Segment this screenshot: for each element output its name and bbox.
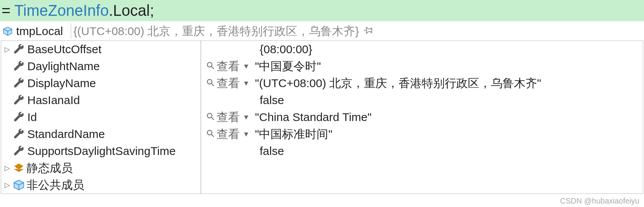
property-value: "(UTC+08:00) 北京，重庆，香港特别行政区，乌鲁木齐" — [255, 76, 541, 91]
divider — [71, 24, 71, 39]
visualizer-picker[interactable]: 查看▼ — [206, 76, 253, 91]
group-name: 非公共成员 — [27, 177, 84, 193]
property-name-cell[interactable]: DisplayName — [1, 75, 201, 92]
property-value: false — [260, 94, 284, 107]
expander-icon[interactable]: ▷ — [3, 45, 12, 54]
visualizer-label: 查看 — [217, 126, 240, 142]
property-name-cell[interactable]: DaylightName — [1, 58, 201, 75]
property-name-cell[interactable]: HasIanaId — [1, 92, 201, 109]
property-row[interactable]: Id查看▼"China Standard Time" — [1, 109, 643, 126]
pin-icon[interactable] — [360, 24, 375, 39]
wrench-icon — [12, 77, 26, 89]
datatip-header[interactable]: tmpLocal {(UTC+08:00) 北京，重庆，香港特别行政区，乌鲁木齐… — [0, 22, 644, 40]
property-value-cell[interactable]: 查看▼"中国夏令时" — [201, 58, 643, 75]
property-value: false — [260, 145, 284, 158]
svg-point-4 — [207, 113, 212, 118]
property-row[interactable]: SupportsDaylightSavingTimefalse — [1, 143, 643, 160]
group-name-cell[interactable]: ▷静态成员 — [1, 160, 201, 177]
property-row[interactable]: HasIanaIdfalse — [1, 92, 643, 109]
group-name: 静态成员 — [27, 160, 73, 176]
property-name: BaseUtcOffset — [27, 43, 102, 56]
magnifier-icon[interactable] — [206, 128, 215, 141]
property-name: HasIanaId — [27, 94, 80, 107]
object-icon — [12, 179, 26, 191]
property-name-cell[interactable]: ▷BaseUtcOffset — [1, 41, 201, 58]
variable-name: tmpLocal — [16, 25, 63, 38]
property-name-cell[interactable]: Id — [1, 109, 201, 126]
visualizer-picker[interactable]: 查看▼ — [206, 109, 253, 125]
expander-icon[interactable]: ▷ — [3, 181, 12, 189]
object-summary: {(UTC+08:00) 北京，重庆，香港特别行政区，乌鲁木齐} — [73, 24, 359, 39]
code-line: = TimeZoneInfo . Local ; — [0, 0, 644, 21]
property-value-cell[interactable]: false — [201, 143, 643, 160]
visualizer-label: 查看 — [217, 76, 240, 91]
svg-line-7 — [212, 135, 214, 137]
expander-icon[interactable]: ▷ — [3, 164, 12, 172]
svg-line-1 — [212, 67, 214, 69]
wrench-icon — [12, 145, 26, 157]
property-name: DisplayName — [27, 77, 96, 90]
wrench-icon — [12, 94, 26, 106]
properties-panel: ▷BaseUtcOffset{08:00:00}DaylightName查看▼"… — [1, 40, 643, 194]
dropdown-icon[interactable]: ▼ — [243, 130, 250, 138]
semicolon-token: ; — [150, 2, 154, 19]
property-value: "China Standard Time" — [255, 111, 372, 124]
wrench-icon — [12, 61, 26, 72]
svg-line-5 — [212, 118, 214, 120]
dropdown-icon[interactable]: ▼ — [243, 79, 250, 88]
svg-point-2 — [207, 79, 212, 84]
visualizer-picker[interactable]: 查看▼ — [206, 126, 253, 142]
property-value-cell[interactable]: 查看▼"中国标准时间" — [201, 126, 643, 143]
property-value-cell[interactable]: 查看▼"(UTC+08:00) 北京，重庆，香港特别行政区，乌鲁木齐" — [201, 75, 643, 92]
property-value: "中国标准时间" — [255, 126, 332, 142]
property-name: StandardName — [27, 128, 105, 141]
magnifier-icon[interactable] — [206, 77, 215, 90]
visualizer-label: 查看 — [217, 109, 240, 125]
svg-point-0 — [207, 62, 212, 67]
group-row[interactable]: ▷非公共成员 — [1, 177, 643, 194]
object-icon — [2, 25, 14, 37]
type-name: TimeZoneInfo — [14, 2, 108, 19]
property-value: "中国夏令时" — [255, 59, 321, 74]
wrench-icon — [12, 111, 26, 123]
property-row[interactable]: ▷BaseUtcOffset{08:00:00} — [1, 41, 643, 58]
property-value-cell[interactable]: {08:00:00} — [201, 41, 643, 58]
property-value-cell[interactable]: false — [201, 92, 643, 109]
property-value: {08:00:00} — [260, 43, 312, 56]
property-row[interactable]: DaylightName查看▼"中国夏令时" — [1, 58, 643, 75]
group-name-cell[interactable]: ▷非公共成员 — [1, 177, 201, 194]
elapsed-hint: 时间 <= 1ms — [432, 24, 513, 41]
group-value-cell — [201, 177, 643, 194]
dropdown-icon[interactable]: ▼ — [243, 113, 250, 121]
property-name: SupportsDaylightSavingTime — [27, 145, 176, 158]
property-name: DaylightName — [27, 60, 100, 73]
group-row[interactable]: ▷静态成员 — [1, 160, 643, 177]
static-members-icon — [12, 162, 26, 174]
member-name: Local — [113, 2, 150, 19]
property-value-cell[interactable]: 查看▼"China Standard Time" — [201, 109, 643, 126]
property-name: Id — [27, 111, 37, 124]
property-row[interactable]: DisplayName查看▼"(UTC+08:00) 北京，重庆，香港特别行政区… — [1, 75, 643, 92]
property-name-cell[interactable]: SupportsDaylightSavingTime — [1, 143, 201, 160]
equals-token: = — [2, 2, 10, 19]
dropdown-icon[interactable]: ▼ — [243, 62, 250, 71]
magnifier-icon[interactable] — [206, 60, 215, 73]
svg-point-6 — [207, 130, 212, 135]
magnifier-icon[interactable] — [206, 111, 215, 124]
property-name-cell[interactable]: StandardName — [1, 126, 201, 143]
property-row[interactable]: StandardName查看▼"中国标准时间" — [1, 126, 643, 143]
watermark: CSDN @hubaxiaofeiyu — [560, 197, 639, 205]
wrench-icon — [12, 44, 26, 55]
visualizer-picker[interactable]: 查看▼ — [206, 59, 253, 74]
visualizer-label: 查看 — [217, 59, 240, 74]
wrench-icon — [12, 128, 26, 140]
svg-line-3 — [212, 84, 214, 86]
group-value-cell — [201, 160, 643, 177]
dot-token: . — [109, 2, 113, 19]
